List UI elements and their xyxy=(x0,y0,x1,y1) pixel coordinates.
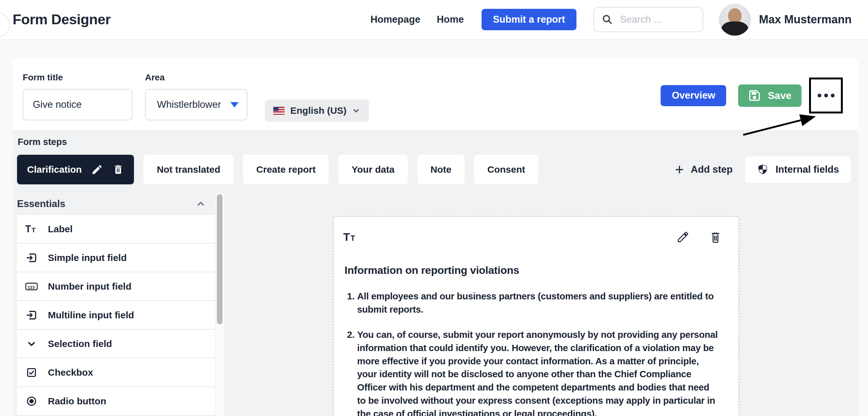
component-list: T T Label xyxy=(17,215,215,416)
sidebar-scrollbar-thumb[interactable] xyxy=(217,194,222,324)
overview-button[interactable]: Overview xyxy=(661,85,726,106)
more-options-button[interactable] xyxy=(817,94,835,97)
component-item-text: Number input field xyxy=(48,281,131,292)
component-item-simple-input[interactable]: Simple input field xyxy=(17,244,215,272)
svg-text:T: T xyxy=(343,231,350,243)
dropdown-caret-icon xyxy=(230,102,239,107)
search-box[interactable] xyxy=(593,7,703,32)
us-flag-icon xyxy=(273,107,285,115)
add-step-label: Add step xyxy=(691,164,733,175)
app-header: Form Designer Homepage Home Submit a rep… xyxy=(0,0,868,40)
language-selector[interactable]: English (US) xyxy=(265,100,369,122)
area-label: Area xyxy=(145,72,247,83)
save-icon xyxy=(748,89,761,102)
app-logo xyxy=(0,12,10,37)
language-value: English (US) xyxy=(290,105,346,116)
checkbox-checked-icon xyxy=(25,367,38,378)
component-item-multiline-input[interactable]: Multiline input field xyxy=(17,301,215,330)
step-tab-create-report[interactable]: Create report xyxy=(243,155,329,184)
nav-item-homepage[interactable]: Homepage xyxy=(370,14,420,25)
save-button-label: Save xyxy=(768,90,792,101)
form-steps-tabs: Clarification xyxy=(17,154,851,184)
component-item-text: Radio button xyxy=(48,396,106,407)
step-tab-your-data[interactable]: Your data xyxy=(338,155,407,184)
form-steps-label: Form steps xyxy=(18,137,67,147)
annotation-highlight-rectangle xyxy=(809,77,843,114)
avatar-head xyxy=(728,8,742,23)
component-item-number-input[interactable]: 123 Number input field xyxy=(17,272,215,301)
component-item-checkbox[interactable]: Checkbox xyxy=(17,358,215,387)
block-header: T T xyxy=(343,231,721,243)
radio-selected-icon xyxy=(25,395,38,407)
list-item: You can, of course, submit your report a… xyxy=(357,328,719,416)
component-item-label[interactable]: T T Label xyxy=(17,215,215,244)
components-sidebar: Essentials T T Label xyxy=(17,193,215,416)
component-item-text: Multiline input field xyxy=(48,310,134,321)
dot-icon xyxy=(831,94,835,97)
step-tab-clarification[interactable]: Clarification xyxy=(17,155,134,184)
internal-fields-button[interactable]: Internal fields xyxy=(745,156,851,183)
internal-fields-label: Internal fields xyxy=(775,164,839,175)
svg-text:T: T xyxy=(25,223,31,234)
step-tab-note[interactable]: Note xyxy=(417,155,465,184)
edit-block-icon[interactable] xyxy=(677,231,689,243)
input-arrow-icon xyxy=(25,309,38,321)
dot-icon xyxy=(817,94,822,97)
form-designer-card: Form title Area Whistlerblower English (… xyxy=(12,58,858,416)
user-name[interactable]: Max Mustermann xyxy=(759,13,851,26)
form-builder-panel: Form steps Clarification xyxy=(12,130,858,416)
svg-text:123: 123 xyxy=(28,285,35,289)
step-tab-consent[interactable]: Consent xyxy=(474,155,538,184)
essentials-group-title: Essentials xyxy=(17,198,65,210)
step-tab-not-translated[interactable]: Not translated xyxy=(144,155,234,184)
block-numbered-list: All employees and our business partners … xyxy=(344,290,719,416)
nav-item-home[interactable]: Home xyxy=(437,14,464,25)
component-item-selection[interactable]: Selection field xyxy=(17,330,215,358)
list-item: All employees and our business partners … xyxy=(357,290,719,316)
area-select-value: Whistlerblower xyxy=(157,99,221,110)
svg-text:T: T xyxy=(32,226,36,233)
component-item-radio[interactable]: Radio button xyxy=(17,387,215,416)
avatar[interactable] xyxy=(719,4,751,36)
chevron-up-icon xyxy=(195,198,206,209)
avatar-shoulders xyxy=(721,22,748,36)
block-heading: Information on reporting violations xyxy=(344,264,721,277)
submit-report-button[interactable]: Submit a report xyxy=(482,9,577,30)
form-canvas: T T xyxy=(224,193,858,416)
step-tab-label: Clarification xyxy=(27,164,82,175)
edit-step-icon[interactable] xyxy=(91,164,103,175)
chevron-down-icon xyxy=(351,106,361,115)
toolbar-actions: Overview Save xyxy=(661,77,843,114)
sidebar-scrollbar[interactable] xyxy=(216,193,224,416)
text-format-icon: T T xyxy=(343,231,357,243)
area-select[interactable]: Whistlerblower xyxy=(145,89,247,120)
header-nav: Homepage Home Submit a report Max Muster… xyxy=(370,4,851,36)
search-icon xyxy=(602,14,613,25)
shield-icon xyxy=(757,164,768,175)
form-settings-toolbar: Form title Area Whistlerblower English (… xyxy=(12,58,858,130)
form-title-label: Form title xyxy=(23,72,132,83)
chevron-down-icon xyxy=(25,338,38,350)
component-item-text: Selection field xyxy=(48,339,112,349)
text-format-icon: T T xyxy=(25,223,38,235)
save-button[interactable]: Save xyxy=(738,85,802,107)
search-input[interactable] xyxy=(620,14,695,25)
dot-icon xyxy=(824,94,828,97)
form-title-input[interactable] xyxy=(23,89,132,120)
page-title: Form Designer xyxy=(12,11,111,28)
form-title-group: Form title xyxy=(23,72,132,120)
svg-text:T: T xyxy=(350,234,355,242)
label-block-card[interactable]: T T xyxy=(333,216,739,416)
builder-workspace: Essentials T T Label xyxy=(17,193,858,416)
component-item-text: Checkbox xyxy=(48,367,93,378)
component-item-text: Simple input field xyxy=(48,252,127,263)
input-arrow-icon xyxy=(25,252,38,264)
area-group: Area Whistlerblower xyxy=(145,72,247,120)
component-item-text: Label xyxy=(48,224,72,234)
delete-block-icon[interactable] xyxy=(710,231,721,243)
add-step-button[interactable]: + Add step xyxy=(675,162,733,177)
number-123-icon: 123 xyxy=(25,281,38,292)
essentials-group-header[interactable]: Essentials xyxy=(17,193,215,215)
block-content: Information on reporting violations All … xyxy=(343,264,721,416)
delete-step-icon[interactable] xyxy=(113,164,124,175)
